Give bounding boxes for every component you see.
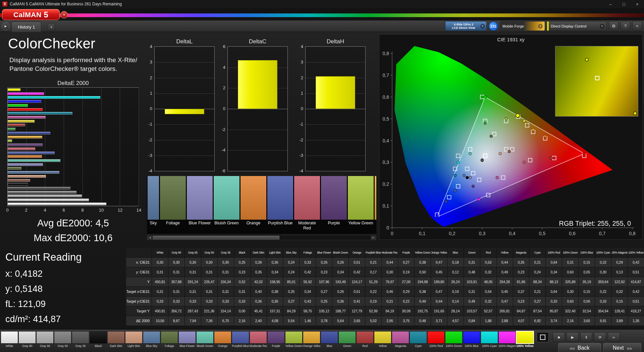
close-panel-icon[interactable]: × <box>632 21 642 31</box>
table-cell: 0,22 <box>595 287 611 296</box>
patch-swatch[interactable]: Light Skin <box>125 331 143 350</box>
patch-swatch[interactable]: Red <box>356 331 374 350</box>
patch-swatch[interactable]: Gray 65 <box>36 331 54 350</box>
patch-swatch[interactable]: Cyan <box>410 331 427 350</box>
max-de2000: Max dE2000: 10,6 <box>0 232 146 244</box>
status-badge[interactable]: 231 <box>489 21 498 31</box>
patch-swatch[interactable]: Blue Flower <box>178 331 196 350</box>
patch-swatch[interactable]: Purplish Blue <box>232 331 249 350</box>
pattern-window-button[interactable] <box>537 332 549 342</box>
repeat-icon[interactable]: ⟳ <box>594 332 606 342</box>
table-cell: 0,35 <box>513 258 529 267</box>
tab-scroll-button[interactable]: ▶ <box>2 22 10 30</box>
patch-swatch[interactable]: Bluish Green <box>196 331 214 350</box>
column-header: Green <box>464 248 480 257</box>
patch-swatch[interactable]: Gray 80 <box>18 331 36 350</box>
measured-point-icon <box>633 112 637 115</box>
color-patch[interactable]: Sky <box>148 176 159 234</box>
color-patch[interactable]: Purple <box>321 176 347 234</box>
table-cell: 84,87 <box>513 306 529 316</box>
color-patch[interactable]: Moderate Red <box>294 176 320 234</box>
next-button[interactable]: Next »» <box>603 343 641 352</box>
patch-swatch[interactable]: 100% Yellow <box>516 331 534 350</box>
table-cell: 5,02 <box>365 316 381 325</box>
table-cell: 0,31 <box>185 287 201 296</box>
patch-swatch-label: Foliage <box>161 344 178 350</box>
scroll-left-icon[interactable]: ◄ <box>147 235 153 240</box>
deltae-bar <box>8 203 106 205</box>
swatch-scrollbar[interactable]: ◄ ► <box>147 235 376 240</box>
pause-icon[interactable]: Ⅱ <box>580 332 592 342</box>
color-patch-label <box>375 220 376 233</box>
gear-icon[interactable]: ⚙ <box>609 21 619 31</box>
color-patch-label: Foliage <box>160 220 186 233</box>
table-cell: 8,67 <box>168 316 184 325</box>
patch-swatch[interactable]: Blue <box>321 331 338 350</box>
scroll-right-icon[interactable]: ► <box>371 235 376 240</box>
patch-swatch[interactable]: 100% Green <box>445 331 463 350</box>
logo-dropdown-icon[interactable]: ▼ <box>60 11 68 18</box>
column-header: Orange Yellow <box>431 248 447 257</box>
maximize-button[interactable]: □ <box>617 0 631 8</box>
patch-swatch[interactable]: 100% Magenta <box>498 331 516 350</box>
table-cell: 0,06 <box>579 297 595 306</box>
patch-swatch[interactable]: Black <box>90 331 107 350</box>
color-patch[interactable]: Blue Flower <box>187 176 213 234</box>
patch-swatch-label: 100% Blue <box>463 344 480 350</box>
minimize-button[interactable]: – <box>604 0 617 8</box>
patch-swatch[interactable]: Yellow <box>374 331 391 350</box>
table-cell: 4,08 <box>267 316 283 325</box>
patch-swatch[interactable]: Dark Skin <box>107 331 125 350</box>
display-control-button[interactable]: Direct Display Control ▼ <box>547 21 607 31</box>
patch-swatch[interactable]: Orange <box>214 331 231 350</box>
patch-swatch[interactable]: Gray 50 <box>54 331 71 350</box>
color-patch[interactable]: Yellow Green <box>348 176 374 234</box>
color-patch-label: Bluish Green <box>214 220 239 233</box>
add-tab-button[interactable]: + <box>48 23 55 31</box>
color-patch[interactable]: Purplish Blue <box>267 176 293 234</box>
patch-swatch[interactable]: 100% Blue <box>463 331 480 350</box>
table-cell: 0,24 <box>283 258 299 267</box>
continuous-icon[interactable]: ∞ <box>608 332 620 342</box>
patch-swatch[interactable]: Gray 35 <box>72 331 89 350</box>
row-label: Y <box>126 277 152 287</box>
scrollbar-thumb[interactable] <box>153 236 279 239</box>
patch-swatch-label: Yellow Green <box>285 344 303 350</box>
color-patch[interactable]: Foliage <box>160 176 186 234</box>
color-patch[interactable]: Bluish Green <box>214 176 239 234</box>
patch-swatch[interactable]: Yellow Green <box>285 331 303 350</box>
table-cell: 128,41 <box>611 306 628 316</box>
patch-swatch-label: Green <box>338 344 356 350</box>
color-patch[interactable] <box>375 176 376 234</box>
help-icon[interactable]: ? <box>621 21 630 31</box>
table-cell: 0,34 <box>546 267 562 277</box>
patch-swatch[interactable]: Green <box>338 331 356 350</box>
meter-select-button[interactable]: X-Rite i1Pro 2 LCD Direct View ▼ <box>445 21 487 31</box>
stop-icon[interactable]: ■ <box>553 332 565 342</box>
table-cell: 0,18 <box>447 258 464 267</box>
scrollbar-track[interactable] <box>153 235 371 240</box>
tab-history-1[interactable]: History 1 <box>11 21 41 32</box>
table-cell: 0,46 <box>382 287 398 296</box>
play-icon[interactable]: ▶ <box>567 332 579 342</box>
patch-swatch[interactable]: White <box>1 331 18 350</box>
patch-swatch[interactable]: 100% Red <box>427 331 445 350</box>
table-cell: 51,29 <box>365 277 381 287</box>
patch-swatch[interactable]: Blue Sky <box>143 331 160 350</box>
table-cell: 0,33 <box>218 297 234 306</box>
patch-swatch[interactable]: Purple <box>267 331 285 350</box>
table-cell: 6,92 <box>529 316 545 325</box>
column-header: Foliage <box>300 248 316 257</box>
table-cell: 1,35 <box>628 316 644 325</box>
patch-swatch[interactable]: Moderate Red <box>250 331 267 350</box>
back-button[interactable]: «« Back <box>558 343 601 352</box>
deltae-bar <box>8 136 42 138</box>
patch-swatch[interactable]: Foliage <box>161 331 178 350</box>
patch-swatch[interactable]: Magenta <box>392 331 409 350</box>
pattern-source-button[interactable]: Mobile Forge ▼ <box>500 21 545 31</box>
close-button[interactable]: × <box>631 0 644 8</box>
color-patch[interactable]: Orange <box>240 176 266 234</box>
patch-swatch[interactable]: Orange Yellow <box>303 331 320 350</box>
patch-swatch[interactable]: 100% Cyan <box>481 331 498 350</box>
patch-swatch-label: 100% Red <box>427 344 445 350</box>
